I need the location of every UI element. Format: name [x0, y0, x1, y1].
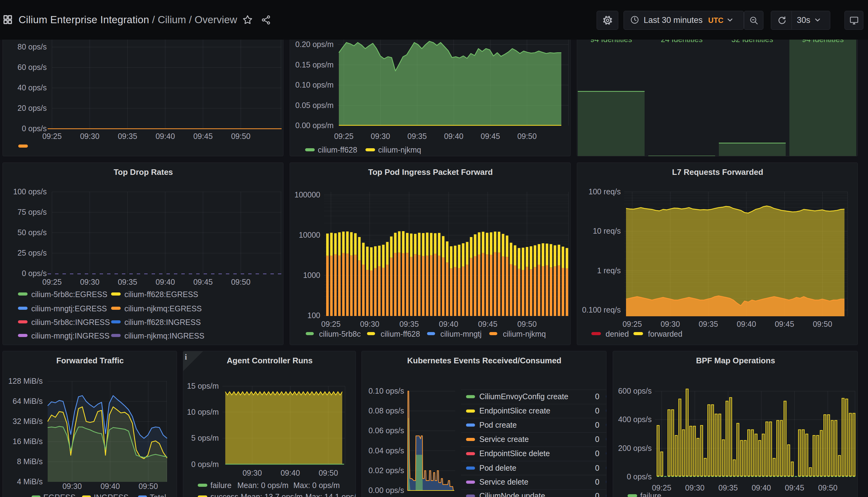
- svg-text:0.05 ops/m: 0.05 ops/m: [295, 101, 333, 110]
- svg-text:09:30: 09:30: [62, 482, 82, 491]
- svg-text:09:30: 09:30: [371, 132, 390, 141]
- svg-text:Max: 0 ops/m: Max: 0 ops/m: [293, 481, 340, 489]
- svg-text:09:45: 09:45: [481, 132, 500, 141]
- svg-text:400 ops/s: 400 ops/s: [618, 415, 652, 424]
- svg-text:09:25: 09:25: [42, 132, 62, 141]
- svg-text:0: 0: [595, 421, 599, 429]
- svg-text:09:40: 09:40: [156, 278, 175, 286]
- svg-text:cilium-mngtj:INGRESS: cilium-mngtj:INGRESS: [31, 331, 110, 340]
- svg-text:09:50: 09:50: [231, 132, 251, 141]
- svg-text:09:50: 09:50: [517, 132, 537, 141]
- svg-text:0: 0: [606, 392, 607, 401]
- svg-text:Pod create: Pod create: [479, 421, 517, 429]
- svg-text:600 ops/s: 600 ops/s: [618, 386, 652, 395]
- svg-text:denied: denied: [606, 330, 629, 338]
- svg-text:09:40: 09:40: [752, 483, 771, 492]
- svg-text:40 ops/s: 40 ops/s: [17, 83, 47, 92]
- svg-text:failure: failure: [210, 481, 231, 489]
- svg-text:09:45: 09:45: [194, 132, 213, 141]
- svg-text:75 ops/s: 75 ops/s: [17, 208, 47, 216]
- svg-text:forwarded: forwarded: [648, 330, 682, 338]
- svg-text:0 ops/s: 0 ops/s: [22, 269, 47, 278]
- svg-text:09:50: 09:50: [139, 482, 158, 491]
- svg-text:Agent Controller Runs: Agent Controller Runs: [227, 356, 313, 365]
- svg-text:BPF Map Operations: BPF Map Operations: [696, 356, 775, 365]
- svg-text:0.00 ops/s: 0.00 ops/s: [369, 486, 404, 495]
- svg-text:0.02 ops/s: 0.02 ops/s: [369, 466, 404, 475]
- svg-text:09:45: 09:45: [785, 483, 804, 492]
- svg-text:09:40: 09:40: [737, 320, 756, 328]
- svg-text:0.08 ops/s: 0.08 ops/s: [369, 406, 404, 415]
- svg-text:CiliumNode update: CiliumNode update: [479, 492, 545, 497]
- svg-text:Forwarded Traffic: Forwarded Traffic: [56, 356, 124, 365]
- svg-text:09:30: 09:30: [360, 320, 379, 328]
- svg-text:0: 0: [606, 406, 607, 415]
- svg-text:09:35: 09:35: [408, 132, 427, 141]
- svg-text:0.10 ops/s: 0.10 ops/s: [369, 386, 404, 395]
- svg-text:8 MiB/s: 8 MiB/s: [17, 457, 43, 466]
- svg-text:09:50: 09:50: [813, 320, 833, 328]
- svg-text:09:40: 09:40: [101, 482, 120, 491]
- svg-text:0.15 ops/m: 0.15 ops/m: [295, 60, 333, 69]
- svg-text:80 ops/s: 80 ops/s: [17, 42, 47, 51]
- svg-text:09:45: 09:45: [775, 320, 794, 328]
- svg-text:09:25: 09:25: [334, 132, 354, 141]
- svg-text:5 ops/m: 5 ops/m: [191, 434, 219, 442]
- svg-text:0: 0: [595, 435, 599, 443]
- svg-text:0 ops/s: 0 ops/s: [22, 124, 47, 133]
- svg-text:0: 0: [606, 435, 607, 443]
- svg-text:1 req/s: 1 req/s: [597, 266, 621, 275]
- svg-text:cilium-ff628:EGRESS: cilium-ff628:EGRESS: [124, 290, 198, 299]
- svg-text:0: 0: [595, 478, 599, 486]
- svg-text:EndpointSlice delete: EndpointSlice delete: [479, 449, 550, 458]
- svg-text:100 req/s: 100 req/s: [588, 187, 621, 196]
- svg-text:0: 0: [606, 421, 607, 429]
- svg-text:32 MiB/s: 32 MiB/s: [13, 417, 43, 426]
- svg-text:0: 0: [595, 392, 599, 401]
- svg-text:EndpointSlice create: EndpointSlice create: [479, 406, 550, 415]
- svg-text:09:40: 09:40: [444, 132, 464, 141]
- svg-text:09:45: 09:45: [194, 278, 213, 286]
- svg-text:09:30: 09:30: [243, 469, 262, 477]
- svg-text:20 ops/s: 20 ops/s: [17, 104, 47, 112]
- svg-text:09:40: 09:40: [439, 320, 458, 328]
- svg-text:Mean: 13.7 ops/m: Mean: 13.7 ops/m: [241, 492, 303, 497]
- svg-text:cilium-5rb8c:INGRESS: cilium-5rb8c:INGRESS: [31, 318, 110, 326]
- svg-text:0: 0: [606, 478, 607, 486]
- svg-text:09:30: 09:30: [80, 278, 100, 286]
- svg-text:09:35: 09:35: [118, 132, 138, 141]
- svg-text:10000: 10000: [299, 230, 320, 239]
- svg-text:0 ops/m: 0 ops/m: [191, 460, 219, 469]
- svg-text:0 ops/s: 0 ops/s: [627, 472, 652, 481]
- svg-text:0.00 ops/m: 0.00 ops/m: [295, 121, 333, 130]
- svg-text:Top Drop Rates: Top Drop Rates: [114, 167, 173, 177]
- svg-text:cilium-njkmq:EGRESS: cilium-njkmq:EGRESS: [124, 304, 202, 313]
- svg-text:09:35: 09:35: [399, 320, 419, 328]
- svg-text:128 MiB/s: 128 MiB/s: [8, 377, 43, 385]
- svg-text:09:35: 09:35: [118, 278, 138, 286]
- svg-text:cilium-njkmq:INGRESS: cilium-njkmq:INGRESS: [124, 331, 204, 340]
- svg-text:L7 Requests Forwarded: L7 Requests Forwarded: [672, 167, 764, 177]
- svg-text:cilium-mngtj:EGRESS: cilium-mngtj:EGRESS: [31, 304, 107, 313]
- svg-text:09:25: 09:25: [652, 483, 671, 492]
- svg-text:EGRESS: EGRESS: [43, 493, 75, 497]
- svg-text:0.04 ops/s: 0.04 ops/s: [369, 446, 404, 455]
- svg-text:09:35: 09:35: [718, 483, 738, 492]
- svg-text:0: 0: [606, 449, 607, 458]
- svg-text:i: i: [185, 353, 187, 361]
- svg-text:Service create: Service create: [479, 435, 529, 443]
- svg-text:60 ops/s: 60 ops/s: [17, 63, 47, 71]
- svg-text:failure: failure: [640, 492, 661, 497]
- svg-text:16 MiB/s: 16 MiB/s: [13, 437, 43, 446]
- svg-text:09:25: 09:25: [623, 320, 642, 328]
- svg-text:0: 0: [606, 464, 607, 472]
- svg-text:Kubernetes Events Received/Con: Kubernetes Events Received/Consumed: [407, 356, 561, 365]
- svg-text:09:50: 09:50: [319, 469, 338, 477]
- svg-text:0.10 ops/m: 0.10 ops/m: [295, 81, 333, 89]
- svg-text:0: 0: [595, 492, 599, 497]
- svg-text:cilium-ff628:INGRESS: cilium-ff628:INGRESS: [124, 318, 201, 326]
- svg-text:cilium-njkmq: cilium-njkmq: [378, 145, 421, 154]
- svg-text:09:25: 09:25: [42, 278, 62, 286]
- svg-text:cilium-5rb8c:EGRESS: cilium-5rb8c:EGRESS: [31, 290, 108, 299]
- svg-text:cilium-5rb8c: cilium-5rb8c: [319, 330, 361, 338]
